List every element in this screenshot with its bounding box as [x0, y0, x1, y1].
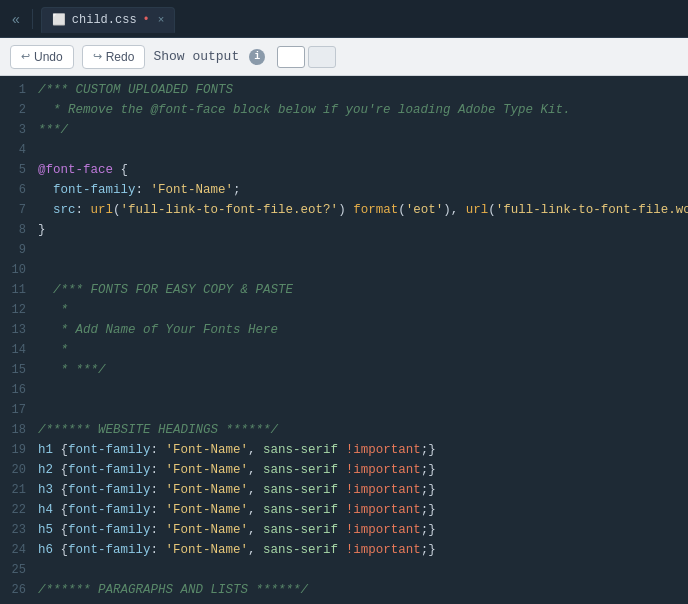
- line-number: 18: [0, 420, 38, 440]
- tab-modified-dot: •: [143, 13, 150, 27]
- line-content: font-family: 'Font-Name';: [38, 180, 688, 200]
- line-number: 17: [0, 400, 38, 420]
- line-content: * Add Name of Your Fonts Here: [38, 320, 688, 340]
- line-content: *: [38, 340, 688, 360]
- line-content: [38, 260, 688, 280]
- nav-arrows: «: [8, 9, 33, 29]
- code-line: 2 * Remove the @font-face block below if…: [0, 100, 688, 120]
- line-content: }: [38, 220, 688, 240]
- code-line: 9: [0, 240, 688, 260]
- undo-label: Undo: [34, 50, 63, 64]
- line-number: 19: [0, 440, 38, 460]
- line-content: h2 {font-family: 'Font-Name', sans-serif…: [38, 460, 688, 480]
- line-number: 23: [0, 520, 38, 540]
- code-line: 6 font-family: 'Font-Name';: [0, 180, 688, 200]
- line-number: 9: [0, 240, 38, 260]
- line-number: 10: [0, 260, 38, 280]
- code-line: 15 * ***/: [0, 360, 688, 380]
- code-line: 27: [0, 600, 688, 604]
- tab-close-button[interactable]: ×: [158, 14, 165, 26]
- line-number: 4: [0, 140, 38, 160]
- line-number: 11: [0, 280, 38, 300]
- code-line: 14 *: [0, 340, 688, 360]
- line-number: 26: [0, 580, 38, 600]
- line-content: /*** FONTS FOR EASY COPY & PASTE: [38, 280, 688, 300]
- redo-icon: ↪: [93, 50, 102, 63]
- tab-label: child.css: [72, 13, 137, 27]
- code-line: 5@font-face {: [0, 160, 688, 180]
- code-line: 8}: [0, 220, 688, 240]
- code-line: 19h1 {font-family: 'Font-Name', sans-ser…: [0, 440, 688, 460]
- line-content: * Remove the @font-face block below if y…: [38, 100, 688, 120]
- line-content: /*** CUSTOM UPLOADED FONTS: [38, 80, 688, 100]
- output-toggle-1[interactable]: [277, 46, 305, 68]
- code-line: 25: [0, 560, 688, 580]
- code-line: 16: [0, 380, 688, 400]
- info-icon[interactable]: i: [249, 49, 265, 65]
- line-number: 15: [0, 360, 38, 380]
- code-line: 21h3 {font-family: 'Font-Name', sans-ser…: [0, 480, 688, 500]
- line-number: 12: [0, 300, 38, 320]
- code-line: 4: [0, 140, 688, 160]
- line-content: h3 {font-family: 'Font-Name', sans-serif…: [38, 480, 688, 500]
- line-number: 25: [0, 560, 38, 580]
- line-content: [38, 400, 688, 420]
- line-number: 6: [0, 180, 38, 200]
- line-content: [38, 240, 688, 260]
- code-line: 24h6 {font-family: 'Font-Name', sans-ser…: [0, 540, 688, 560]
- code-line: 17: [0, 400, 688, 420]
- code-line: 7 src: url('full-link-to-font-file.eot?'…: [0, 200, 688, 220]
- code-line: 26/****** PARAGRAPHS AND LISTS ******/: [0, 580, 688, 600]
- code-line: 10: [0, 260, 688, 280]
- line-number: 5: [0, 160, 38, 180]
- line-content: [38, 560, 688, 580]
- tab-bar: « ⬜ child.css • ×: [0, 0, 688, 38]
- line-content: [38, 140, 688, 160]
- line-content: [38, 600, 688, 604]
- line-number: 13: [0, 320, 38, 340]
- line-content: @font-face {: [38, 160, 688, 180]
- output-toggles: [277, 46, 336, 68]
- code-line: 13 * Add Name of Your Fonts Here: [0, 320, 688, 340]
- line-number: 7: [0, 200, 38, 220]
- undo-icon: ↩: [21, 50, 30, 63]
- line-number: 21: [0, 480, 38, 500]
- line-number: 8: [0, 220, 38, 240]
- code-line: 1/*** CUSTOM UPLOADED FONTS: [0, 80, 688, 100]
- line-content: h1 {font-family: 'Font-Name', sans-serif…: [38, 440, 688, 460]
- line-content: h5 {font-family: 'Font-Name', sans-serif…: [38, 520, 688, 540]
- line-content: * ***/: [38, 360, 688, 380]
- line-number: 27: [0, 600, 38, 604]
- code-line: 3***/: [0, 120, 688, 140]
- redo-label: Redo: [106, 50, 135, 64]
- output-toggle-2[interactable]: [308, 46, 336, 68]
- code-line: 12 *: [0, 300, 688, 320]
- show-output-label: Show output: [153, 49, 239, 64]
- line-number: 16: [0, 380, 38, 400]
- line-number: 20: [0, 460, 38, 480]
- undo-button[interactable]: ↩ Undo: [10, 45, 74, 69]
- css-file-icon: ⬜: [52, 13, 66, 26]
- code-line: 11 /*** FONTS FOR EASY COPY & PASTE: [0, 280, 688, 300]
- code-line: 23h5 {font-family: 'Font-Name', sans-ser…: [0, 520, 688, 540]
- line-content: [38, 380, 688, 400]
- line-number: 24: [0, 540, 38, 560]
- code-editor[interactable]: 1/*** CUSTOM UPLOADED FONTS2 * Remove th…: [0, 76, 688, 604]
- file-tab[interactable]: ⬜ child.css • ×: [41, 7, 176, 33]
- code-line: 18/****** WEBSITE HEADINGS ******/: [0, 420, 688, 440]
- line-content: /****** PARAGRAPHS AND LISTS ******/: [38, 580, 688, 600]
- line-content: *: [38, 300, 688, 320]
- nav-back-button[interactable]: «: [8, 9, 24, 29]
- line-content: src: url('full-link-to-font-file.eot?') …: [38, 200, 688, 220]
- redo-button[interactable]: ↪ Redo: [82, 45, 146, 69]
- line-content: h4 {font-family: 'Font-Name', sans-serif…: [38, 500, 688, 520]
- line-content: ***/: [38, 120, 688, 140]
- line-number: 22: [0, 500, 38, 520]
- line-content: /****** WEBSITE HEADINGS ******/: [38, 420, 688, 440]
- line-content: h6 {font-family: 'Font-Name', sans-serif…: [38, 540, 688, 560]
- code-line: 22h4 {font-family: 'Font-Name', sans-ser…: [0, 500, 688, 520]
- line-number: 14: [0, 340, 38, 360]
- toolbar: ↩ Undo ↪ Redo Show output i: [0, 38, 688, 76]
- line-number: 3: [0, 120, 38, 140]
- code-line: 20h2 {font-family: 'Font-Name', sans-ser…: [0, 460, 688, 480]
